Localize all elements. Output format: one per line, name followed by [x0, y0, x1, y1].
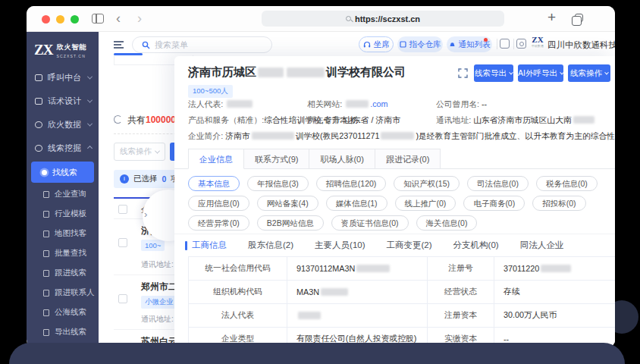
company-tag: 小微企业 — [141, 296, 177, 309]
pill-online-promotion[interactable]: 线上推广(0) — [395, 196, 456, 211]
minimize-window-button[interactable] — [56, 15, 64, 24]
tab-contact-info[interactable]: 联系方式(9) — [244, 149, 309, 169]
pill-intellectual-property[interactable]: 知识产权(15) — [394, 176, 460, 191]
address-bar[interactable]: https://sczxst.cn — [262, 11, 504, 27]
sidebar-item-batch-search[interactable]: 批量查找 — [27, 243, 99, 263]
notification-badge — [484, 38, 488, 42]
sidebar-item-industry-template[interactable]: 行业模板 — [27, 204, 99, 224]
fullscreen-icon[interactable] — [458, 68, 468, 78]
row-checkbox[interactable] — [118, 294, 127, 303]
tab-overview-icon[interactable] — [575, 14, 583, 22]
pill-ecommerce[interactable]: 电子商务(0) — [463, 196, 525, 211]
forward-button[interactable]: › — [137, 8, 142, 28]
pill-website-icp[interactable]: 网站备案(4) — [257, 196, 318, 211]
redacted-text — [258, 67, 284, 77]
sidebar-group-xinhuo-data[interactable]: 欣火数据 — [27, 113, 99, 136]
chevron-down-icon — [560, 70, 564, 74]
command-store-button[interactable]: 指令仓库 — [397, 36, 443, 52]
cell-value: 存续 — [494, 281, 616, 304]
sidebar-item-follow-leads[interactable]: 跟进线索 — [27, 263, 99, 283]
selected-count: 0 — [162, 174, 167, 184]
lead-export-label: 线索导出 — [475, 68, 507, 79]
section-tab-key-people[interactable]: 主要人员(10) — [315, 240, 365, 251]
back-button[interactable]: ‹ — [116, 8, 121, 28]
legal-rep-field: 法人代表: — [188, 99, 254, 110]
lead-export-button[interactable]: 线索导出 — [474, 64, 513, 82]
company-name[interactable]: 郑州市二 — [141, 281, 177, 293]
sidebar-item-export-leads[interactable]: 导出线索 — [27, 322, 99, 342]
new-tab-button[interactable]: + — [547, 9, 556, 26]
tab-follow-records[interactable]: 跟进记录(0) — [375, 149, 441, 169]
sidebar-item-label: 跟进线索 — [55, 268, 86, 278]
sidebar-item-follow-contacts[interactable]: 跟进联系人 — [27, 283, 99, 303]
sidebar-item-company-search[interactable]: 企业查询 — [27, 184, 99, 204]
pill-annual-report[interactable]: 年报信息(3) — [247, 176, 309, 191]
sidebar-item-label: 跟进联系人 — [55, 287, 95, 298]
org-name[interactable]: 四川中欣数通科技有限公 — [547, 39, 615, 51]
pill-media[interactable]: 媒体信息(1) — [326, 196, 387, 211]
pill-application[interactable]: 应用信息(0) — [188, 196, 249, 211]
sidebar-group-call-center[interactable]: 呼叫中台 — [27, 66, 99, 89]
screenshot-icon[interactable] — [516, 39, 526, 49]
sidebar-item-public-leads[interactable]: 公海线索 — [27, 303, 99, 322]
laptop-base — [9, 343, 625, 364]
sidebar-item-label: 批量查找 — [55, 248, 86, 259]
tab-workplace-network[interactable]: 职场人脉(0) — [309, 149, 375, 169]
section-tab-shareholders[interactable]: 股东信息(2) — [248, 240, 293, 251]
select-all-checkbox[interactable] — [118, 205, 127, 214]
sidebar-group-script-design[interactable]: 话术设计 — [27, 89, 99, 113]
batch-icon — [43, 250, 49, 257]
org-logo: ZX 中欣数通 — [532, 36, 544, 48]
template-icon — [43, 211, 49, 218]
website-field: 相关网站: .com — [307, 99, 388, 110]
section-tab-label: 工商信息 — [192, 240, 227, 251]
tab-company-info[interactable]: 企业信息 — [188, 149, 244, 169]
redacted-text — [381, 132, 414, 140]
menu-collapse-icon[interactable] — [114, 41, 124, 51]
seat-button[interactable]: 坐席 — [359, 36, 394, 52]
section-tab-branches[interactable]: 分支机构(0) — [453, 240, 499, 251]
sidebar-item-label: 行业模板 — [55, 209, 86, 219]
row-checkbox[interactable] — [118, 238, 127, 247]
pill-bidding[interactable]: 招投标(0) — [532, 196, 585, 211]
pill-judicial[interactable]: 司法信息(0) — [467, 176, 529, 191]
pill-recruitment[interactable]: 招聘信息(120) — [316, 176, 387, 191]
sidebar-group-lead-mining[interactable]: 线索挖掘 — [27, 136, 99, 160]
cell-label: 经营状态 — [428, 281, 494, 304]
workspace-switch-icon[interactable] — [500, 39, 510, 49]
total-count: 共有100000+ — [127, 114, 181, 127]
sidebar-item-map-search[interactable]: 地图找客 — [27, 224, 99, 243]
close-window-button[interactable] — [42, 15, 50, 24]
redacted-text — [346, 100, 369, 108]
pill-customs[interactable]: 海关信息(0) — [416, 215, 478, 231]
divider — [497, 39, 497, 49]
lead-operate-button[interactable]: 线索操作 — [568, 64, 610, 82]
field-label: 通讯地址: — [436, 115, 471, 124]
menu-search-input[interactable]: 搜索菜单 — [132, 36, 272, 53]
table-row: 法人代表 注册资本 30.00万人民币 — [189, 304, 616, 328]
zoom-window-button[interactable] — [71, 15, 79, 24]
sidebar-group-label: 话术设计 — [48, 96, 81, 107]
active-bar — [185, 241, 187, 250]
pill-b2b-website[interactable]: B2B网站信息 — [257, 215, 324, 231]
website-link[interactable]: .com — [370, 99, 387, 108]
field-value: 济南市 — [225, 131, 249, 140]
ai-call-export-button[interactable]: AI外呼导出 — [518, 64, 563, 82]
divider — [174, 234, 615, 234]
sidebar-item-find-leads[interactable]: 找线索 — [31, 162, 94, 183]
section-tab-business-changes[interactable]: 工商变更(2) — [387, 240, 432, 251]
pill-basic-info[interactable]: 基本信息 — [188, 176, 240, 191]
field-value: 训学校(教民237011271 — [296, 131, 380, 140]
pill-tax[interactable]: 税务信息(0) — [536, 176, 598, 191]
pill-certificates[interactable]: 资质证书信息(0) — [331, 215, 409, 231]
refresh-icon[interactable] — [114, 115, 122, 124]
notification-list-button[interactable]: 通知列表 — [447, 36, 492, 52]
section-tab-business-info[interactable]: 工商信息 — [185, 240, 227, 251]
lead-action-dropdown[interactable]: 线索操作 — [114, 143, 165, 161]
sidebar-toggle-icon[interactable] — [92, 14, 104, 24]
pill-abnormal-operation[interactable]: 经营异常(0) — [188, 215, 249, 231]
building-icon — [43, 191, 49, 198]
section-tab-same-legal-rep[interactable]: 同法人企业 — [520, 240, 564, 251]
cell-text: MA3N — [296, 287, 319, 297]
cell-text: 30.00万人民币 — [504, 310, 557, 319]
